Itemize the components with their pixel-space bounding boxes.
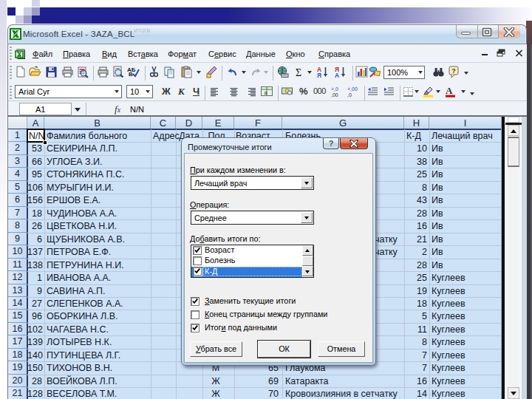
svg-text:,0: ,0	[347, 92, 352, 98]
svg-text:В: В	[129, 71, 133, 78]
svg-text:A: A	[446, 85, 453, 96]
svg-text:А: А	[335, 72, 339, 78]
svg-text:Я: Я	[317, 72, 321, 78]
svg-text:+,00: +,00	[347, 86, 358, 92]
svg-text:Σ: Σ	[296, 67, 301, 78]
svg-text:+,0: +,0	[331, 86, 338, 92]
svg-text:?: ?	[451, 67, 456, 75]
svg-text:,00: ,00	[331, 92, 338, 98]
